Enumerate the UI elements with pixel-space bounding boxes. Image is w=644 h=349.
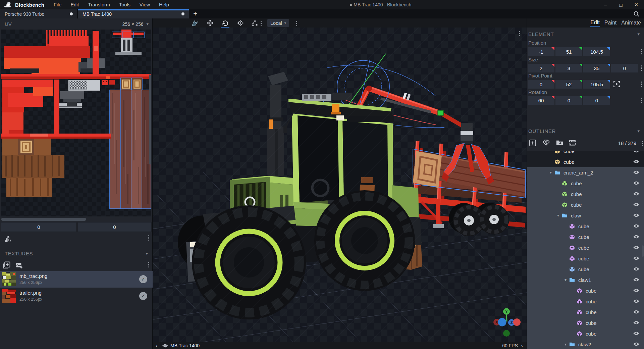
- outliner-row-cube[interactable]: cube: [527, 151, 644, 156]
- outliner-row-claw2[interactable]: ▾claw2: [527, 339, 644, 349]
- scrollbar-thumb[interactable]: [1, 218, 86, 221]
- pivot-point-input-y[interactable]: 52: [555, 80, 582, 89]
- size-input-y[interactable]: 3: [555, 64, 582, 72]
- position-input-x[interactable]: -1: [528, 47, 554, 56]
- maximize-button[interactable]: □: [613, 0, 629, 9]
- resize-tool-icon[interactable]: [249, 18, 261, 28]
- toolbar-dots-icon[interactable]: [261, 21, 262, 26]
- minimize-button[interactable]: –: [598, 0, 613, 9]
- visibility-eye-icon[interactable]: [633, 256, 640, 260]
- mode-tab-edit[interactable]: Edit: [590, 19, 600, 27]
- uv-slider-left[interactable]: 0: [1, 222, 76, 232]
- outliner-row-claw[interactable]: ▾claw: [527, 210, 644, 221]
- mode-tab-paint[interactable]: Paint: [604, 20, 616, 26]
- menu-transform[interactable]: Transform: [88, 2, 110, 7]
- position-input-y[interactable]: 51: [555, 47, 582, 56]
- outliner-row-cube[interactable]: cube: [527, 178, 644, 189]
- expand-chevron-icon[interactable]: ▾: [547, 170, 554, 175]
- next-model-chevron-icon[interactable]: ›: [518, 343, 526, 349]
- row-menu-dots-icon[interactable]: [641, 98, 642, 103]
- size-input-none[interactable]: 0: [611, 64, 638, 72]
- menu-tools[interactable]: Tools: [119, 2, 130, 7]
- size-input-x[interactable]: 2: [528, 64, 554, 72]
- visibility-eye-icon[interactable]: [633, 310, 640, 314]
- rotation-input-y[interactable]: 0: [555, 96, 582, 105]
- visibility-eye-icon[interactable]: [633, 278, 640, 282]
- position-input-z[interactable]: 104.5: [583, 47, 610, 56]
- pivot-focus-icon[interactable]: [613, 81, 621, 88]
- mirror-icon[interactable]: [4, 235, 12, 243]
- outliner-row-cube[interactable]: cube: [527, 285, 644, 296]
- visibility-eye-icon[interactable]: [633, 288, 640, 293]
- search-icon[interactable]: [633, 11, 640, 17]
- menu-edit[interactable]: Edit: [70, 2, 79, 7]
- move-tool-icon[interactable]: [204, 18, 216, 28]
- expand-chevron-icon[interactable]: ▾: [562, 342, 569, 347]
- menu-file[interactable]: File: [54, 2, 61, 7]
- rotate-tool-icon[interactable]: [219, 18, 231, 28]
- tab-porsche-930-turbo[interactable]: Porsche 930 Turbo: [0, 9, 77, 18]
- close-button[interactable]: ×: [629, 0, 644, 9]
- chevron-down-icon[interactable]: ▾: [146, 21, 149, 27]
- visibility-eye-icon[interactable]: [633, 151, 640, 153]
- viewport-menu-dots-icon[interactable]: [519, 31, 520, 36]
- add-mesh-gem-icon[interactable]: [542, 139, 550, 146]
- outliner-row-cube[interactable]: cube: [527, 242, 644, 253]
- outliner-toggle-mode-icon[interactable]: [569, 139, 576, 146]
- texture-enabled-check-icon[interactable]: ✓: [139, 275, 147, 283]
- expand-chevron-icon[interactable]: ▾: [554, 213, 562, 218]
- visibility-eye-icon[interactable]: [633, 320, 640, 325]
- size-input-z[interactable]: 35: [583, 64, 610, 72]
- outliner-row-cube[interactable]: cube: [527, 199, 644, 210]
- rotation-input-x[interactable]: 60: [528, 96, 554, 105]
- menu-help[interactable]: Help: [159, 2, 169, 7]
- visibility-eye-icon[interactable]: [633, 235, 640, 239]
- outliner-row-cube[interactable]: cube: [527, 232, 644, 242]
- rotation-input-z[interactable]: 0: [583, 96, 610, 105]
- select-tool-icon[interactable]: [189, 18, 201, 28]
- uv-menu-dots-icon[interactable]: [148, 235, 149, 241]
- outliner-row-cube[interactable]: cube: [527, 156, 644, 167]
- texture-enabled-check-icon[interactable]: ✓: [139, 292, 147, 300]
- visibility-eye-icon[interactable]: [633, 181, 640, 185]
- outliner-row-crane_arm_2[interactable]: ▾crane_arm_2: [527, 167, 644, 178]
- textures-menu-dots-icon[interactable]: [148, 262, 149, 267]
- visibility-eye-icon[interactable]: [633, 202, 640, 207]
- visibility-eye-icon[interactable]: [633, 331, 640, 336]
- visibility-eye-icon[interactable]: [633, 299, 640, 303]
- uv-slider-right[interactable]: 0: [77, 222, 152, 232]
- texture-item-trailer[interactable]: trailer.png 256 x 256px ✓: [0, 288, 153, 304]
- viewport-3d-canvas[interactable]: Y X Z: [153, 28, 527, 342]
- outliner-row-cube[interactable]: cube: [527, 328, 644, 339]
- uv-horizontal-scrollbar[interactable]: [1, 218, 151, 221]
- visibility-eye-icon[interactable]: [633, 170, 640, 174]
- add-cube-icon[interactable]: [529, 139, 536, 147]
- new-tab-button[interactable]: +: [189, 9, 202, 18]
- element-section-header[interactable]: ELEMENT ▾: [527, 30, 644, 38]
- row-menu-dots-icon[interactable]: [641, 65, 642, 71]
- uv-editor-canvas[interactable]: [1, 30, 151, 216]
- texture-item-mb-trac[interactable]: mb_trac.png 256 x 256px ✓: [0, 271, 153, 288]
- visibility-eye-icon[interactable]: [633, 213, 640, 217]
- outliner-row-cube[interactable]: cube: [527, 296, 644, 307]
- visibility-eye-icon[interactable]: [633, 159, 640, 164]
- outliner-row-claw1[interactable]: ▾claw1: [527, 275, 644, 285]
- outliner-row-cube[interactable]: cube: [527, 264, 644, 275]
- outliner-row-cube[interactable]: cube: [527, 307, 644, 317]
- outliner-row-cube[interactable]: cube: [527, 253, 644, 264]
- outliner-menu-dots-icon[interactable]: [642, 141, 643, 146]
- outliner-scrollbar-thumb[interactable]: [642, 245, 644, 257]
- uv-resolution[interactable]: 256 × 256: [122, 21, 144, 27]
- row-menu-dots-icon[interactable]: [641, 49, 642, 54]
- expand-chevron-icon[interactable]: ▾: [562, 278, 569, 282]
- outliner-row-cube[interactable]: cube: [527, 189, 644, 199]
- add-group-folder-icon[interactable]: [556, 139, 564, 146]
- visibility-eye-icon[interactable]: [633, 224, 640, 228]
- outliner-row-cube[interactable]: cube: [527, 221, 644, 232]
- outliner-section-header[interactable]: OUTLINER ▾: [527, 127, 644, 135]
- create-texture-icon[interactable]: [15, 262, 23, 269]
- pivot-point-input-x[interactable]: 0: [528, 80, 554, 89]
- pivot-tool-icon[interactable]: [234, 18, 246, 28]
- visibility-eye-icon[interactable]: [633, 192, 640, 196]
- pivot-point-input-z[interactable]: 105.5: [583, 80, 610, 89]
